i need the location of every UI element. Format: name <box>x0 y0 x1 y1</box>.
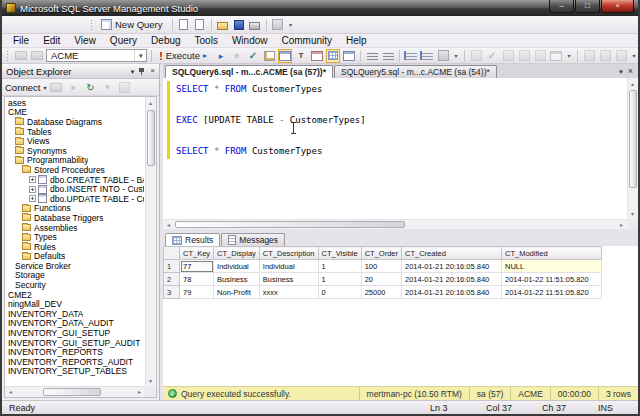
save-icon[interactable] <box>232 18 246 32</box>
scrollbar-thumb[interactable] <box>629 90 637 188</box>
column-header[interactable]: CT_Display <box>214 247 260 260</box>
tree-vertical-scrollbar[interactable]: ▴ ▾ <box>145 97 156 386</box>
print-icon[interactable] <box>248 18 262 32</box>
menu-item-edit[interactable]: Edit <box>36 35 67 46</box>
tree-item[interactable]: Functions <box>6 204 144 214</box>
editor-tab[interactable]: SQLQuery5.sql - m...c.ACME (sa (54))* <box>334 65 497 78</box>
editor-line[interactable]: SELECT * FROM CustomerTypes <box>176 143 625 159</box>
tree-item[interactable]: INVENTORY_DATA <box>6 309 144 319</box>
expander-icon[interactable] <box>29 195 36 202</box>
tree-item[interactable]: CME2 <box>6 290 144 300</box>
menu-item-query[interactable]: Query <box>103 35 144 46</box>
tree-item[interactable]: Database Triggers <box>6 213 144 223</box>
column-header[interactable]: CT_Order <box>361 247 401 260</box>
auto-hide-pin-icon[interactable] <box>138 67 146 76</box>
tree-item[interactable]: Types <box>6 232 144 242</box>
tree-item[interactable]: Views <box>6 136 144 146</box>
grid-cell[interactable]: 20 <box>361 273 401 286</box>
expander-icon[interactable] <box>29 186 36 193</box>
editor-tab[interactable]: SQLQuery6.sql - m...c.ACME (sa (57))* <box>165 65 333 78</box>
scroll-down-icon[interactable]: ▾ <box>627 208 638 219</box>
tree-item[interactable]: dbo.INSERT INTO - CustomerTypes <box>6 184 144 194</box>
row-number-header[interactable] <box>164 247 180 260</box>
tree-horizontal-scrollbar[interactable]: ◂ ▸ <box>5 386 145 397</box>
tree-item[interactable]: ningMall_DEV <box>6 299 144 309</box>
results-to-grid-icon[interactable] <box>326 49 340 63</box>
editor-vertical-scrollbar[interactable]: ▴ ▾ <box>627 78 638 219</box>
parse-query-icon[interactable]: ✓ <box>246 49 260 63</box>
object-explorer-header[interactable]: Object Explorer ▾ × <box>2 64 159 79</box>
close-panel-icon[interactable]: × <box>150 67 155 75</box>
tree-item[interactable]: Assemblies <box>6 223 144 233</box>
column-header[interactable]: CT_Modified <box>502 247 602 260</box>
comment-icon[interactable] <box>365 49 379 63</box>
scrollbar-thumb[interactable] <box>43 388 101 396</box>
tree-item[interactable]: CME <box>6 108 144 118</box>
scroll-right-icon[interactable]: ▸ <box>134 386 145 397</box>
results-to-text-icon[interactable] <box>310 49 324 63</box>
row-number[interactable]: 3 <box>164 286 180 299</box>
menu-item-window[interactable]: Window <box>225 35 275 46</box>
close-button[interactable]: × <box>601 0 634 13</box>
close-tab-icon[interactable]: × <box>628 67 633 76</box>
maximize-button[interactable]: □ <box>575 0 600 13</box>
outdent-icon[interactable] <box>420 49 434 63</box>
query-options-icon[interactable] <box>278 49 292 63</box>
tree-item[interactable]: Rules <box>6 242 144 252</box>
grid-cell[interactable]: 2014-01-21 20:16:05.840 <box>402 286 502 299</box>
grid-cell[interactable]: 78 <box>180 273 214 286</box>
grid-cell[interactable]: xxxx <box>259 286 318 299</box>
tree-item[interactable]: Storage <box>6 271 144 281</box>
expander-icon[interactable] <box>29 176 36 183</box>
column-header[interactable]: CT_Visible <box>318 247 361 260</box>
menu-item-tools[interactable]: Tools <box>188 35 225 46</box>
grid-cell[interactable]: 79 <box>180 286 214 299</box>
window-position-icon[interactable]: ▾ <box>131 68 135 75</box>
tree-item[interactable]: INVENTORY_GUI_SETUP <box>6 328 144 338</box>
menu-item-debug[interactable]: Debug <box>144 35 187 46</box>
scrollbar-thumb[interactable] <box>147 110 155 166</box>
toolbar-overflow-button[interactable]: ▾ <box>452 49 460 63</box>
available-databases-combo[interactable]: ACME ▾ <box>46 49 147 62</box>
scroll-left-icon[interactable]: ◂ <box>163 219 174 229</box>
tree-item[interactable]: dbo.UPDATE TABLE - CustomerTypes <box>6 194 144 204</box>
sql-editor[interactable]: SELECT * FROM CustomerTypesEXEC [UPDATE … <box>163 78 638 229</box>
grid-cell[interactable]: 2014-01-22 11:51:05.820 <box>502 286 602 299</box>
scrollbar-thumb[interactable] <box>175 221 405 228</box>
chevron-down-icon[interactable]: ▾ <box>134 50 146 61</box>
tree-item[interactable]: Database Diagrams <box>6 117 144 127</box>
active-files-dropdown-icon[interactable]: ▾ <box>619 68 623 75</box>
title-bar[interactable]: Microsoft SQL Server Management Studio –… <box>2 0 638 16</box>
sort-icon[interactable] <box>436 49 450 63</box>
menu-item-file[interactable]: File <box>6 35 36 46</box>
grid-cell[interactable]: 25000 <box>361 286 401 299</box>
scroll-up-icon[interactable]: ▴ <box>145 97 156 108</box>
tree-item[interactable]: ases <box>6 98 144 108</box>
grid-cell[interactable]: 77 <box>180 260 214 273</box>
grid-cell[interactable]: 1 <box>318 273 361 286</box>
uncomment-icon[interactable] <box>381 49 395 63</box>
menu-item-view[interactable]: View <box>67 35 103 46</box>
connect-button[interactable]: Connect ▾ <box>5 82 46 93</box>
tree-item[interactable]: Tables <box>6 127 144 137</box>
grid-cell[interactable]: Business <box>259 273 318 286</box>
grid-cell[interactable]: Individual <box>214 260 260 273</box>
column-header[interactable]: CT_Created <box>402 247 502 260</box>
new-document-icon[interactable] <box>193 18 207 32</box>
indent-icon[interactable] <box>404 49 418 63</box>
menu-item-help[interactable]: Help <box>339 35 374 46</box>
grid-cell[interactable]: 1 <box>318 260 361 273</box>
scroll-up-icon[interactable]: ▴ <box>627 78 638 89</box>
scroll-right-icon[interactable]: ▸ <box>616 219 627 229</box>
grid-cell[interactable]: 2014-01-21 20:16:05.840 <box>402 273 502 286</box>
new-database-engine-query-icon[interactable] <box>177 18 191 32</box>
grid-cell[interactable]: 100 <box>361 260 401 273</box>
tree-item[interactable]: dbo.CREATE TABLE - BASIC <box>6 175 144 185</box>
editor-line[interactable] <box>176 97 625 113</box>
debug-play-icon[interactable]: ▸ <box>214 49 228 63</box>
tree-item[interactable]: INVENTORY_REPORTS <box>6 347 144 357</box>
tree-item[interactable]: Stored Procedures <box>6 165 144 175</box>
results-tab-messages[interactable]: Messages <box>221 233 285 246</box>
grid-cell[interactable]: NULL <box>502 260 602 273</box>
column-header[interactable]: CT_Key <box>180 247 214 260</box>
